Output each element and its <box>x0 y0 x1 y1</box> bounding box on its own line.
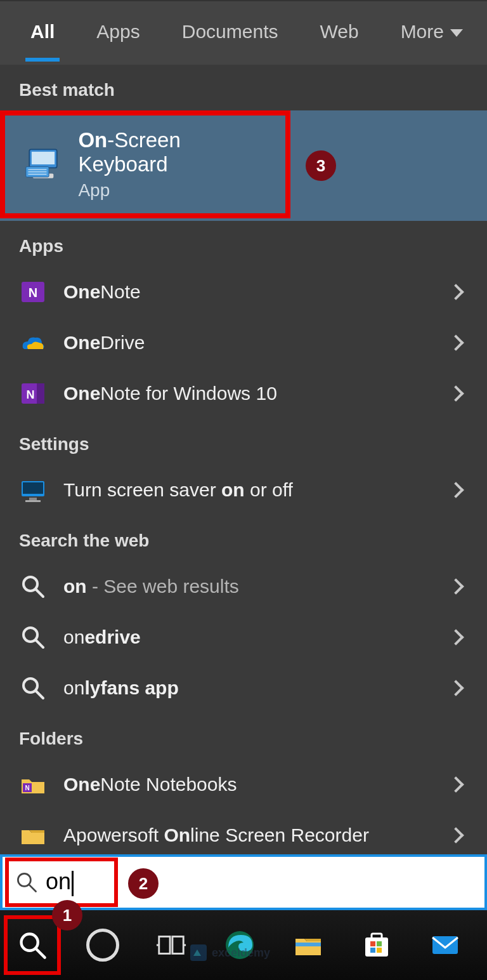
chevron-right-icon <box>448 482 464 498</box>
taskbar-search-button[interactable] <box>4 915 61 975</box>
annotation-callout-3: 3 <box>306 150 336 181</box>
list-bold: On <box>164 824 190 845</box>
web-result-onlyfans[interactable]: onlyfans app <box>0 663 487 713</box>
list-rest: Drive <box>100 332 145 353</box>
taskbar-cortana-button[interactable] <box>76 918 129 972</box>
text-caret <box>72 871 74 896</box>
list-pre: on <box>63 626 84 647</box>
chevron-right-icon <box>448 680 464 696</box>
svg-rect-14 <box>23 482 43 494</box>
watermark: exceldemy <box>190 944 270 961</box>
section-search-web: Search the web <box>0 515 487 561</box>
annotation-callout-2: 2 <box>128 868 159 899</box>
section-best-match: Best match <box>0 65 487 110</box>
setting-screen-saver[interactable]: Turn screen saver on or off <box>0 465 487 515</box>
file-explorer-icon <box>292 929 325 962</box>
app-result-onenote[interactable]: N OneNote <box>0 267 487 317</box>
search-icon <box>17 930 48 960</box>
svg-rect-38 <box>377 941 382 946</box>
search-icon <box>19 623 47 651</box>
list-rest: Note Notebooks <box>100 774 237 795</box>
tab-all[interactable]: All <box>25 12 60 60</box>
svg-rect-30 <box>172 937 183 954</box>
onedrive-icon <box>19 329 47 357</box>
list-post: line Screen Recorder <box>190 824 369 845</box>
microsoft-store-icon <box>360 929 393 962</box>
list-pre: Turn screen saver <box>63 479 221 500</box>
svg-rect-15 <box>29 498 37 500</box>
svg-rect-11 <box>37 383 44 404</box>
folder-apowersoft[interactable]: Apowersoft Online Screen Recorder <box>0 810 487 861</box>
onenote-win10-icon: N <box>19 380 47 407</box>
best-match-text: On-Screen Keyboard App <box>78 128 274 201</box>
svg-line-20 <box>36 640 43 647</box>
svg-line-18 <box>36 589 43 597</box>
chevron-right-icon <box>448 629 464 645</box>
list-bold: One <box>63 332 100 353</box>
svg-text:N: N <box>29 286 37 300</box>
taskbar-store-button[interactable] <box>350 918 403 972</box>
svg-line-22 <box>36 691 43 698</box>
windows-search-panel: All Apps Documents Web More Best match <box>0 0 487 854</box>
list-bold: edrive <box>84 626 140 647</box>
list-bold: One <box>63 383 100 404</box>
section-folders: Folders <box>0 713 487 759</box>
chevron-down-icon <box>450 29 463 37</box>
chevron-right-icon <box>448 827 464 843</box>
svg-rect-29 <box>159 937 170 954</box>
svg-line-26 <box>29 885 36 892</box>
section-settings: Settings <box>0 419 487 465</box>
search-icon <box>19 674 47 702</box>
best-match-row[interactable]: On-Screen Keyboard App 3 <box>0 110 487 221</box>
onenote-icon: N <box>19 278 47 306</box>
chevron-right-icon <box>448 385 464 401</box>
folder-onenote-icon: N <box>19 771 47 798</box>
list-bold: One <box>63 774 100 795</box>
list-pre: on <box>63 677 84 698</box>
list-post: or off <box>245 479 293 500</box>
svg-text:N: N <box>27 388 35 401</box>
mail-icon <box>429 929 462 962</box>
list-rest: Note for Windows 10 <box>100 383 276 404</box>
chevron-right-icon <box>448 284 464 300</box>
tab-web[interactable]: Web <box>315 12 363 60</box>
web-result-onedrive[interactable]: onedrive <box>0 612 487 663</box>
svg-text:N: N <box>25 785 29 791</box>
search-icon <box>14 870 39 895</box>
section-apps: Apps <box>0 221 487 267</box>
svg-rect-1 <box>32 152 55 164</box>
web-result-on[interactable]: on - See web results <box>0 561 487 612</box>
search-input-value[interactable]: on <box>46 868 74 896</box>
tab-more[interactable]: More <box>396 12 468 60</box>
app-result-onedrive[interactable]: OneDrive <box>0 317 487 368</box>
taskview-icon <box>155 929 187 961</box>
monitor-icon <box>19 476 47 504</box>
folder-onenote-notebooks[interactable]: N OneNote Notebooks <box>0 759 487 810</box>
svg-rect-35 <box>365 937 388 957</box>
tab-apps[interactable]: Apps <box>91 12 145 60</box>
list-bold: on <box>63 576 87 597</box>
tab-documents[interactable]: Documents <box>177 12 283 60</box>
cortana-icon <box>86 929 119 962</box>
best-match-title-bold: On <box>78 128 107 152</box>
search-tabs: All Apps Documents Web More <box>0 1 487 65</box>
app-result-onenote-win10[interactable]: N OneNote for Windows 10 <box>0 368 487 419</box>
svg-rect-41 <box>432 936 458 954</box>
chevron-right-icon <box>448 578 464 594</box>
svg-rect-34 <box>295 943 321 946</box>
best-match-subtitle: App <box>78 180 274 201</box>
chevron-right-icon <box>448 776 464 792</box>
taskbar-explorer-button[interactable] <box>282 918 335 972</box>
tab-more-label: More <box>401 21 444 43</box>
svg-rect-40 <box>377 948 382 953</box>
keyboard-monitor-icon <box>24 145 62 183</box>
list-bold: on <box>221 479 245 500</box>
search-icon <box>19 573 47 600</box>
list-bold: One <box>63 281 100 302</box>
svg-rect-39 <box>370 948 375 953</box>
svg-rect-16 <box>25 500 41 502</box>
taskbar-mail-button[interactable] <box>419 918 472 972</box>
list-rest: Note <box>100 281 140 302</box>
annotation-box-search-text: on <box>5 858 118 907</box>
list-muted: - See web results <box>87 576 239 597</box>
